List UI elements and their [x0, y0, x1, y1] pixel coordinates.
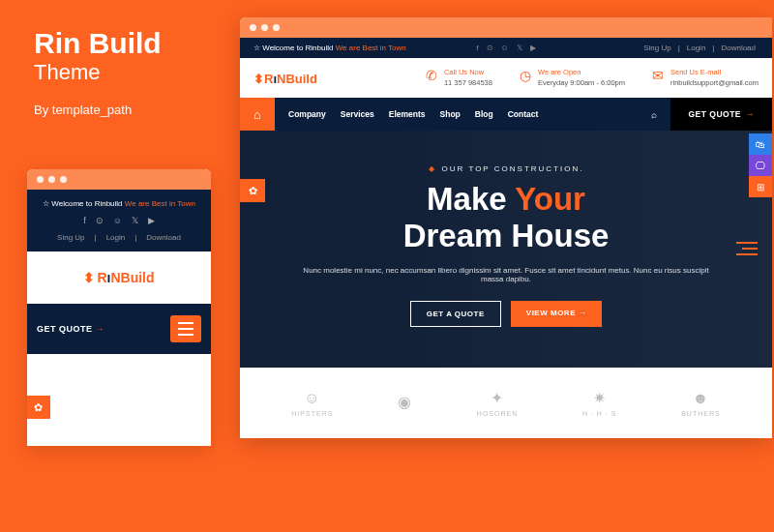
gear-icon[interactable]: ✿ [27, 396, 50, 419]
topbar: ☆ Welcome to Rinbuild We are Best in Tow… [240, 38, 772, 58]
mobile-body [27, 354, 211, 446]
nav-contact[interactable]: Contact [508, 109, 539, 119]
logo-hosoren: ✦HOSOREN [477, 389, 518, 417]
hero-text: Nunc molestie mi nunc, nec accumsan libe… [303, 266, 709, 283]
nav-blog[interactable]: Blog [475, 109, 493, 119]
logo[interactable]: ⬍RıNBuild [253, 70, 317, 87]
nav-elements[interactable]: Elements [389, 109, 426, 119]
reddit-icon: ☺ [113, 216, 122, 225]
hamburger-icon[interactable] [170, 315, 201, 342]
contact-email[interactable]: ✉Send Us E-mailrinbuildsupport@gmail.com [652, 68, 759, 88]
twitter-icon: 𝕏 [132, 216, 138, 225]
get-a-quote-button[interactable]: GET A QUOTE [410, 301, 501, 327]
nav-menu[interactable]: Company Services Elements Shop Blog Cont… [288, 109, 638, 119]
top-links[interactable]: Sing Up|Login|Download [640, 44, 759, 52]
grid-icon[interactable]: ⊞ [749, 176, 772, 197]
get-quote-button[interactable]: GET QUOTE→ [37, 324, 104, 334]
window-dots [27, 169, 211, 190]
logo-icon: ⬍ [253, 72, 264, 86]
promo-panel: Rin Build Theme By template_path [34, 29, 162, 117]
top-links[interactable]: Sing Up|Login|Download [35, 233, 203, 242]
nav-company[interactable]: Company [288, 109, 326, 119]
hero-tag: ◆OUR TOP CONSTRUCTION. [240, 164, 772, 173]
nav-shop[interactable]: Shop [440, 109, 461, 119]
facebook-icon: f [83, 216, 86, 225]
desktop-preview: ☆ Welcome to Rinbuild We are Best in Tow… [240, 17, 772, 438]
gear-icon[interactable]: ✿ [240, 179, 265, 202]
reddit-icon: ☺ [501, 44, 509, 52]
nav-services[interactable]: Services [341, 109, 374, 119]
clock-icon: ◷ [520, 68, 531, 83]
client-logos: ☺HIPSTERS ◉ ✦HOSOREN ✷H · H · S ☻BUTHERS [240, 368, 772, 438]
cart-icon[interactable]: 🛍 [749, 133, 772, 155]
logo-buthers: ☻BUTHERS [681, 390, 720, 417]
hero-heading: Make YourDream House [240, 181, 772, 254]
contact-hours: ◷We are OpenEveryday 9:00am - 6:00pm [520, 68, 625, 88]
welcome-text: ☆ Welcome to Rinbuild We are Best in Tow… [35, 199, 203, 208]
window-dots [240, 17, 772, 38]
theme-title: Rin Build [34, 29, 162, 58]
logo-camera: ◉ [398, 393, 412, 414]
home-button[interactable]: ⌂ [240, 98, 275, 131]
contact-phone[interactable]: ✆Call Us Now11 357 984538 [426, 68, 492, 88]
get-quote-button[interactable]: GET QUOTE→ [670, 98, 772, 131]
hero-actions: GET A QUOTE VIEW MORE → [240, 301, 772, 327]
twitter-icon: 𝕏 [517, 44, 522, 52]
logo-hhs: ✷H · H · S [582, 389, 616, 417]
theme-author: By template_path [34, 103, 162, 117]
facebook-icon: f [476, 44, 478, 52]
mobile-nav: GET QUOTE→ [27, 304, 211, 354]
header: ⬍RıNBuild ✆Call Us Now11 357 984538 ◷We … [240, 58, 772, 98]
social-icons[interactable]: f⊙☺𝕏▶ [476, 44, 535, 52]
welcome-text: ☆ Welcome to Rinbuild We are Best in Tow… [253, 44, 406, 52]
logo-hipsters: ☺HIPSTERS [291, 390, 333, 417]
menu-lines-icon[interactable] [736, 242, 758, 255]
hero: ✿ 🛍 🖵 ⊞ ◆OUR TOP CONSTRUCTION. Make Your… [240, 131, 772, 368]
mail-icon: ✉ [652, 68, 664, 83]
search-icon[interactable]: ⌕ [638, 109, 670, 120]
phone-icon: ✆ [426, 68, 437, 83]
youtube-icon: ▶ [148, 216, 155, 225]
view-more-button[interactable]: VIEW MORE → [511, 301, 602, 327]
contacts: ✆Call Us Now11 357 984538 ◷We are OpenEv… [426, 68, 759, 88]
youtube-icon: ▶ [530, 44, 536, 52]
theme-subtitle: Theme [34, 60, 162, 85]
mobile-topbar: ☆ Welcome to Rinbuild We are Best in Tow… [27, 190, 211, 251]
skype-icon: ⊙ [96, 216, 104, 225]
main-nav: ⌂ Company Services Elements Shop Blog Co… [240, 98, 772, 131]
mobile-preview: ☆ Welcome to Rinbuild We are Best in Tow… [27, 169, 211, 446]
mobile-logo[interactable]: ⬍RıNBuild [27, 251, 211, 304]
social-icons[interactable]: f⊙☺𝕏▶ [35, 216, 203, 225]
hero-content: ◆OUR TOP CONSTRUCTION. Make YourDream Ho… [240, 131, 772, 327]
logo-icon: ⬍ [83, 270, 95, 285]
skype-icon: ⊙ [487, 44, 493, 52]
